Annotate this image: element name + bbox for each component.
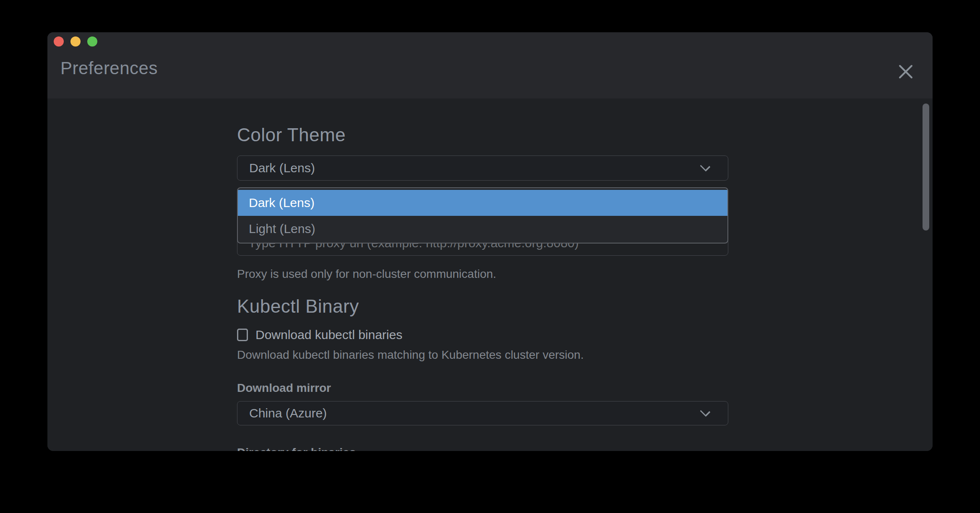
dropdown-option-light[interactable]: Light (Lens) xyxy=(238,216,727,242)
dropdown-option-label: Light (Lens) xyxy=(249,222,315,236)
dropdown-option-label: Dark (Lens) xyxy=(249,196,315,210)
x-icon xyxy=(898,64,914,80)
preferences-content: Color Theme Dark (Lens) Dark (Lens) Ligh… xyxy=(47,98,933,451)
directory-for-binaries-label: Directory for binaries xyxy=(237,446,356,451)
scrollbar-thumb[interactable] xyxy=(923,104,929,231)
color-theme-select[interactable]: Dark (Lens) xyxy=(237,155,728,181)
close-button[interactable] xyxy=(895,61,917,83)
close-traffic-light-icon[interactable] xyxy=(54,36,64,47)
traffic-lights xyxy=(54,36,97,47)
kubectl-binary-heading: Kubectl Binary xyxy=(237,296,359,317)
preferences-window: Preferences Color Theme Dark (Lens) Dark… xyxy=(47,32,933,451)
download-kubectl-checkbox-label: Download kubectl binaries xyxy=(255,328,402,342)
zoom-traffic-light-icon[interactable] xyxy=(87,36,97,47)
download-mirror-label: Download mirror xyxy=(237,381,331,395)
download-mirror-select-value: China (Azure) xyxy=(237,406,701,420)
chevron-down-icon xyxy=(700,161,710,171)
download-kubectl-description: Download kubectl binaries matching to Ku… xyxy=(237,348,584,362)
dropdown-option-dark[interactable]: Dark (Lens) xyxy=(238,190,727,216)
titlebar: Preferences xyxy=(47,32,933,98)
chevron-down-icon xyxy=(700,406,710,417)
minimize-traffic-light-icon[interactable] xyxy=(70,36,81,47)
page-title: Preferences xyxy=(60,58,158,78)
checkbox-icon[interactable] xyxy=(237,329,248,341)
color-theme-dropdown-menu: Dark (Lens) Light (Lens) xyxy=(237,187,728,244)
download-mirror-select[interactable]: China (Azure) xyxy=(237,401,728,425)
download-kubectl-checkbox-row[interactable]: Download kubectl binaries xyxy=(237,328,402,342)
color-theme-heading: Color Theme xyxy=(237,124,346,145)
color-theme-select-value: Dark (Lens) xyxy=(237,161,701,175)
proxy-hint: Proxy is used only for non-cluster commu… xyxy=(237,267,496,281)
